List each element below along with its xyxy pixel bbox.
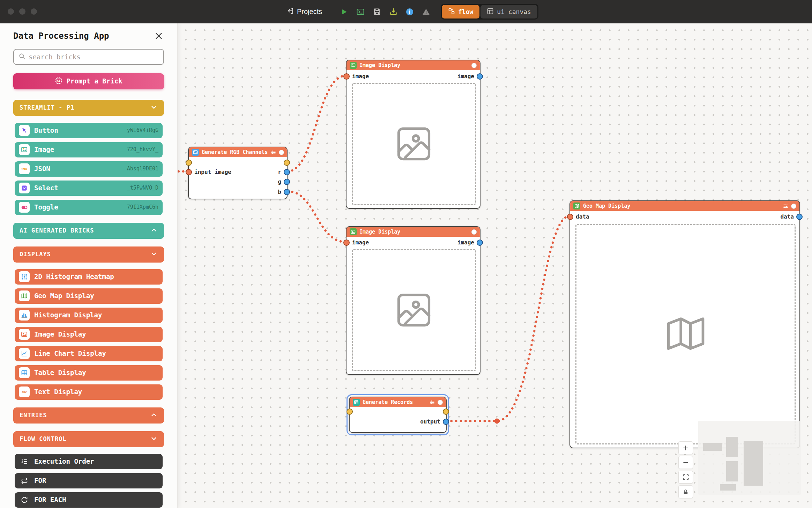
brick-toggle[interactable]: Toggle 79I1XpmC6h [15, 200, 163, 215]
port-input-image[interactable] [186, 169, 192, 175]
lock-button[interactable] [678, 485, 693, 498]
minimap-node [726, 461, 738, 481]
window-close-button[interactable] [8, 8, 14, 15]
node-header[interactable]: Image Display [347, 227, 480, 237]
brick-json[interactable]: JSON JSON Absql9DE01 [15, 161, 163, 177]
grid-layout-icon [487, 8, 494, 16]
port-flow-out[interactable] [443, 408, 449, 415]
port-image-out[interactable] [477, 240, 483, 246]
search-input[interactable] [29, 53, 159, 61]
port-image-out[interactable] [477, 73, 483, 80]
image-placeholder-icon [394, 124, 434, 164]
node-title: Generate RGB Channels [202, 150, 268, 155]
section-flow-control[interactable]: FLOW CONTROL [13, 431, 164, 447]
canvas-controls [678, 441, 693, 498]
numbered-list-icon [19, 458, 30, 465]
info-button[interactable] [405, 7, 414, 16]
window-minimize-button[interactable] [19, 8, 25, 15]
brick-select[interactable]: Select _t5FwNVO_D [15, 181, 163, 196]
port-data-in[interactable] [567, 214, 573, 220]
table-icon [353, 399, 360, 406]
select-icon [19, 183, 30, 193]
section-displays[interactable]: DISPLAYS [13, 246, 164, 263]
image-icon [350, 62, 357, 69]
settings-icon[interactable] [271, 150, 276, 155]
brick-histogram-display[interactable]: Histogram Display [15, 308, 163, 323]
toggle-icon [19, 202, 30, 213]
search-bricks-field[interactable] [13, 49, 164, 65]
node-header[interactable]: Image Display [347, 60, 480, 70]
ui-canvas-view-tab[interactable]: ui canvas [481, 5, 537, 19]
fit-view-button[interactable] [678, 471, 693, 484]
settings-icon[interactable] [783, 204, 788, 209]
projects-button[interactable]: Projects [286, 0, 322, 23]
node-geo-map-display[interactable]: Geo Map Display data data [569, 200, 800, 448]
section-ai-generated-bricks[interactable]: AI GENERATED BRICKS [13, 223, 164, 239]
loop-icon [19, 477, 30, 484]
node-generate-records[interactable]: Generate Records output [349, 397, 447, 433]
node-generate-rgb-channels[interactable]: Generate RGB Channels input image r g b [188, 147, 288, 199]
search-icon [18, 53, 25, 61]
brick-for[interactable]: FOR [15, 473, 163, 488]
node-image-display-2[interactable]: Image Display image image [346, 226, 481, 375]
port-output-g[interactable] [284, 179, 290, 185]
brick-label: Geo Map Display [34, 293, 158, 299]
brick-label: Execution Order [34, 458, 158, 465]
section-label: STREAMLIT - P1 [20, 105, 74, 111]
node-header[interactable]: Generate RGB Channels [189, 147, 287, 157]
status-circle [471, 229, 477, 235]
brick-for-each[interactable]: FOR EACH [15, 492, 163, 508]
zoom-in-button[interactable] [678, 441, 693, 454]
minimap[interactable] [698, 421, 801, 495]
map-icon [19, 290, 30, 301]
brick-table-display[interactable]: Table Display [15, 365, 163, 381]
port-flow-in[interactable] [347, 408, 353, 415]
port-output[interactable] [443, 419, 449, 425]
brick-label: Toggle [34, 204, 122, 211]
brick-execution-order[interactable]: Execution Order [15, 454, 163, 469]
title-bar: Projects flow ui canvas [0, 0, 812, 23]
port-output-r[interactable] [284, 169, 290, 175]
table-icon [19, 367, 30, 378]
port-image-in[interactable] [343, 240, 350, 246]
section-streamlit-p1[interactable]: STREAMLIT - P1 [13, 100, 164, 116]
brick-geo-map-display[interactable]: Geo Map Display [15, 288, 163, 304]
node-image-display-1[interactable]: Image Display image image [346, 60, 481, 209]
brick-image[interactable]: Image 720_hkvvY_ [15, 142, 163, 157]
port-image-in[interactable] [343, 73, 350, 80]
window-controls[interactable] [8, 8, 37, 15]
close-icon[interactable] [154, 31, 163, 41]
flow-view-tab[interactable]: flow [442, 5, 479, 19]
run-button[interactable] [340, 7, 349, 16]
node-header[interactable]: Geo Map Display [570, 201, 799, 211]
zoom-out-button[interactable] [678, 456, 693, 469]
port-flow-in[interactable] [186, 160, 192, 166]
brick-label: 2D Histogram Heatmap [34, 273, 158, 280]
window-zoom-button[interactable] [31, 8, 37, 15]
node-header[interactable]: Generate Records [350, 397, 446, 407]
port-label-b: b [278, 189, 281, 195]
save-button[interactable] [372, 7, 381, 16]
prompt-a-brick-button[interactable]: AI Prompt a Brick [13, 73, 164, 89]
brick-2d-histogram-heatmap[interactable]: 2D Histogram Heatmap [15, 269, 163, 285]
brick-line-chart-display[interactable]: Line Chart Display [15, 346, 163, 361]
histogram-icon [19, 310, 30, 321]
section-label: DISPLAYS [20, 251, 51, 257]
import-button[interactable] [389, 7, 398, 16]
terminal-button[interactable] [356, 7, 365, 16]
map-icon [573, 203, 580, 209]
brick-text-display[interactable]: Abc Text Display [15, 384, 163, 400]
section-entries[interactable]: ENTRIES [13, 407, 164, 424]
settings-icon[interactable] [430, 400, 435, 405]
port-label-output: output [420, 419, 440, 425]
section-label: ENTRIES [20, 412, 47, 418]
image-icon [350, 228, 357, 235]
brick-label: Select [34, 185, 122, 191]
port-flow-out[interactable] [284, 160, 290, 166]
brick-button[interactable]: Button yWL6V4iRgG [15, 123, 163, 138]
port-data-out[interactable] [796, 214, 803, 220]
port-output-b[interactable] [284, 189, 290, 195]
ui-canvas-view-label: ui canvas [497, 9, 531, 15]
warning-button[interactable] [422, 7, 431, 16]
brick-image-display[interactable]: Image Display [15, 327, 163, 342]
